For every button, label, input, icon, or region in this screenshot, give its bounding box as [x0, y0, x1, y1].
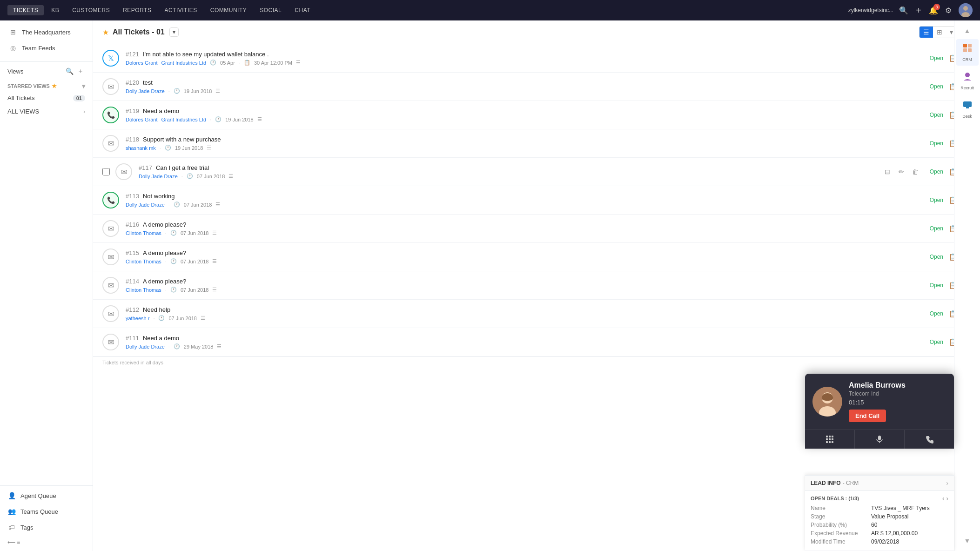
all-views-row[interactable]: ALL VIEWS › [0, 106, 93, 117]
nav-right: zylkerwidgetsinc... 🔍 + 🔔 3 ⚙ [848, 3, 973, 17]
crm-row-probability: Probability (%) 60 [811, 522, 948, 528]
nav-reports[interactable]: REPORTS [117, 5, 157, 15]
ticket-contact[interactable]: Dolly Jade Draze [139, 174, 178, 179]
app-body: ⊞ The Headquarters ◎ Team Feeds Views 🔍 … [0, 20, 980, 551]
crm-deals-label: OPEN DEALS : (1/3) [811, 496, 859, 501]
ticket-status: Open [925, 197, 943, 203]
panel-collapse-up[interactable]: ▲ [961, 24, 973, 37]
crm-panel-title: LEAD INFO [811, 480, 841, 486]
sidebar-item-teamsqueue[interactable]: 👥 Teams Queue [0, 504, 93, 519]
rp-item-crm[interactable]: CRM [956, 39, 979, 66]
ticket-contact[interactable]: Dolly Jade Draze [126, 344, 165, 349]
ticket-contact[interactable]: Dolly Jade Draze [126, 88, 165, 94]
teamsqueue-icon: 👥 [7, 507, 16, 516]
ticket-contact[interactable]: Dolly Jade Draze [126, 202, 165, 208]
nav-kb[interactable]: KB [46, 5, 65, 15]
nav-chat[interactable]: CHAT [289, 5, 316, 15]
ticket-company[interactable]: Grant Industries Ltd [161, 117, 206, 122]
sidebar-item-tags[interactable]: 🏷 Tags [0, 519, 93, 535]
nav-social[interactable]: SOCIAL [254, 5, 287, 15]
nav-activities[interactable]: ACTIVITIES [159, 5, 202, 15]
table-row[interactable]: ✉ #115 A demo please? Clinton Thomas · 🕐… [93, 243, 980, 271]
svg-point-40 [965, 73, 970, 77]
table-row[interactable]: ✉ #118 Support with a new purchase shash… [93, 129, 980, 158]
ticket-checkbox[interactable] [102, 168, 110, 175]
crm-prev-btn[interactable]: ‹ [942, 495, 945, 502]
search-icon[interactable]: 🔍 [899, 6, 908, 15]
ticket-date1: 19 Jun 2018 [184, 88, 212, 94]
ticket-contact[interactable]: shashank mk [126, 145, 156, 151]
ticket-subject-line: #120 test [126, 79, 925, 86]
ticket-contact[interactable]: yatheesh r [126, 316, 149, 321]
phone-button[interactable] [905, 430, 954, 449]
table-row[interactable]: 𝕏 #121 I'm not able to see my updated wa… [93, 44, 980, 73]
ticket-status: Open [925, 254, 943, 260]
mute-button[interactable] [855, 430, 905, 449]
ticket-company[interactable]: Grant Industries Ltd [161, 60, 206, 66]
source-icon-email: ✉ [115, 163, 132, 180]
rp-item-recruit[interactable]: Recruit [956, 67, 979, 94]
table-row[interactable]: ✉ #117 Can I get a free trial Dolly Jade… [93, 158, 980, 186]
all-tickets-view-row[interactable]: All Tickets 01 [0, 92, 93, 104]
settings-icon[interactable]: ⚙ [944, 6, 953, 15]
meta-separator: · [168, 344, 170, 349]
ticket-contact[interactable]: Dolores Grant [126, 60, 157, 66]
ticket-info: #117 Can I get a free trial Dolly Jade D… [139, 164, 882, 179]
crm-fields: Name TVS Jives _ MRF Tyers Stage Value P… [811, 505, 948, 545]
rp-item-desk[interactable]: Desk [956, 96, 979, 122]
list-view-btn[interactable]: ☰ [920, 27, 933, 38]
notifications-icon[interactable]: 🔔 3 [929, 6, 938, 15]
nav-tickets[interactable]: TICKETS [7, 5, 44, 15]
views-search-btn[interactable]: 🔍 [65, 67, 74, 76]
keypad-button[interactable] [805, 430, 855, 449]
panel-expand-down[interactable]: ▼ [961, 534, 973, 547]
edit-icon[interactable]: ✏ [896, 166, 907, 177]
ticket-subject: Can I get a free trial [156, 164, 209, 171]
starred-collapse-icon[interactable]: ▾ [82, 82, 85, 90]
ticket-meta: Dolly Jade Draze · 🕐 07 Jun 2018 ☰ [139, 173, 882, 179]
end-call-button[interactable]: End Call [849, 410, 886, 422]
nav-customers[interactable]: CUSTOMERS [67, 5, 115, 15]
ticket-contact[interactable]: Clinton Thomas [126, 259, 161, 264]
table-row[interactable]: ✉ #112 Need help yatheesh r · 🕐 07 Jun 2… [93, 300, 980, 328]
crm-nav-arrows: ‹ › [942, 495, 948, 502]
sidebar-item-agentqueue[interactable]: 👤 Agent Queue [0, 488, 93, 504]
call-popup: Amelia Burrows Telecom Ind 01:15 End Cal… [805, 374, 954, 449]
table-row[interactable]: ✉ #120 test Dolly Jade Draze · 🕐 19 Jun … [93, 73, 980, 101]
table-row[interactable]: ✉ #114 A demo please? Clinton Thomas · 🕐… [93, 271, 980, 300]
sidebar-item-headquarters[interactable]: ⊞ The Headquarters [0, 24, 93, 40]
crm-row-revenue: Expected Revenue AR $ 12,00,000.00 [811, 530, 948, 537]
ticket-contact[interactable]: Dolores Grant [126, 117, 157, 122]
add-button[interactable]: + [914, 6, 923, 15]
sidebar-item-teamfeeds[interactable]: ◎ Team Feeds [0, 40, 93, 56]
sidebar-collapse-btn[interactable]: ⟵ ≡ [0, 535, 93, 549]
caller-name: Amelia Burrows [849, 381, 946, 390]
meta-separator: · [181, 174, 183, 179]
ticket-subject-line: #118 Support with a new purchase [126, 136, 925, 143]
assign-icon[interactable]: ⊟ [882, 166, 893, 177]
delete-icon[interactable]: 🗑 [910, 166, 921, 177]
table-row[interactable]: ✉ #111 Need a demo Dolly Jade Draze · 🕐 … [93, 328, 980, 356]
list-icon: ☰ [215, 202, 220, 208]
user-avatar[interactable] [959, 3, 973, 17]
nav-community[interactable]: COMMUNITY [205, 5, 253, 15]
star-button[interactable]: ★ [102, 28, 109, 37]
grid-view-btn[interactable]: ⊞ [933, 27, 946, 38]
ticket-contact[interactable]: Clinton Thomas [126, 230, 161, 236]
list-icon: ☰ [296, 60, 301, 66]
table-row[interactable]: 📞 #113 Not working Dolly Jade Draze · 🕐 … [93, 186, 980, 215]
crm-expand-btn[interactable]: › [946, 479, 948, 487]
views-add-btn[interactable]: ＋ [76, 67, 85, 76]
tickets-dropdown-btn[interactable]: ▾ [169, 27, 179, 37]
crm-next-btn[interactable]: › [946, 495, 948, 502]
meta-separator: · [168, 88, 170, 94]
svg-rect-54 [832, 441, 833, 443]
table-row[interactable]: ✉ #116 A demo please? Clinton Thomas · 🕐… [93, 215, 980, 243]
clock-icon: 🕐 [174, 343, 180, 349]
starred-views-label: STARRED VIEWS ★ ▾ [0, 81, 93, 92]
ticket-contact[interactable]: Clinton Thomas [126, 287, 161, 293]
ticket-number: #114 [126, 278, 139, 285]
ticket-meta: Dolly Jade Draze · 🕐 07 Jun 2018 ☰ [126, 202, 925, 208]
table-row[interactable]: 📞 #119 Need a demo Dolores Grant Grant I… [93, 101, 980, 129]
clock-icon: 🕐 [210, 60, 216, 66]
